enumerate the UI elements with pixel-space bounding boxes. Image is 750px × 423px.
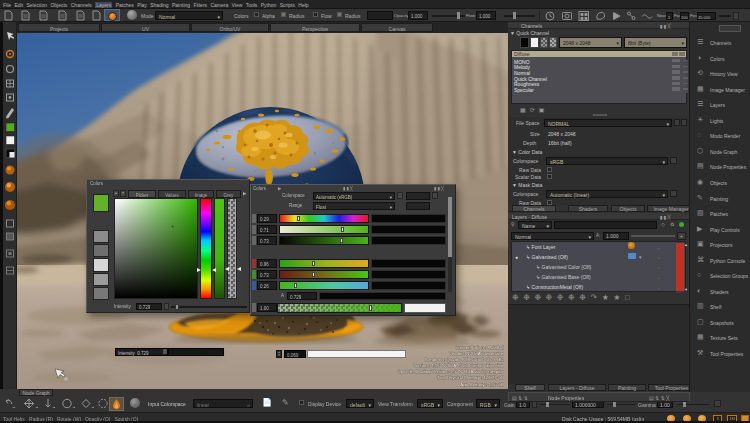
svg-text:Total Physical Memory : 127.73: Total Physical Memory : 127.73 GB: [437, 375, 504, 380]
svg-text:Version : 4.5.0 NVIDIA 456.38: Version : 4.5.0 NVIDIA 456.38 further dr…: [413, 363, 504, 368]
svg-text:App Memory : 4.10 GB: App Memory : 4.10 GB: [460, 382, 504, 387]
svg-text:OpenGL Shading Version : 4.50: OpenGL Shading Version : 4.50 NVIDIA via…: [397, 369, 504, 374]
svg-text:Current Project : MainBall: Current Project : MainBall: [455, 345, 504, 350]
svg-text:Renderer : Quadro RTX 6000/PCI: Renderer : Quadro RTX 6000/PCIe/SSE2: [425, 357, 505, 362]
svg-text:Vendor : NVIDIA Corporation: Vendor : NVIDIA Corporation: [449, 351, 505, 356]
